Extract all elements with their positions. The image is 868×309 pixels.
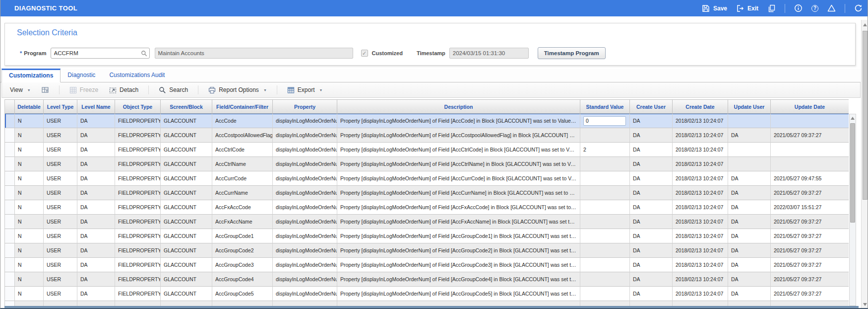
column-header-description[interactable]: Description [337, 100, 580, 113]
warning-icon[interactable] [827, 4, 836, 12]
column-header-screen_block[interactable]: Screen/Block [161, 100, 212, 113]
horizontal-scrollbar[interactable] [4, 306, 859, 309]
cell-property: displayInLogModeOrderNum [273, 114, 337, 128]
cell-create_user: DA [630, 243, 673, 258]
table-row[interactable]: NUSERDAFIELDPROPERTYGLACCOUNTAccFxAccCod… [5, 200, 849, 215]
report-options-button[interactable]: Report Options ▼ [205, 85, 270, 95]
row-selector-cell[interactable] [5, 215, 15, 229]
cell-create_user: DA [630, 128, 673, 143]
exit-button[interactable]: Exit [736, 4, 758, 12]
tab-strip: CustomizationsDiagnosticCustomizations A… [0, 69, 861, 82]
program-name-field: Maintain Accounts [155, 48, 353, 59]
help-icon[interactable]: ? [811, 5, 818, 12]
cell-property: displayInLogModeOrderNum [273, 215, 337, 229]
column-header-level_name[interactable]: Level Name [77, 100, 115, 113]
toolbar-divider [198, 85, 198, 94]
column-header-create_user[interactable]: Create User [630, 100, 673, 113]
cell-update_user: DA [728, 258, 771, 272]
column-header-update_date[interactable]: Update Date [771, 100, 849, 113]
row-selector-cell[interactable] [5, 143, 15, 157]
scroll-down-arrow-icon[interactable] [863, 303, 867, 306]
top-bar-divider [785, 4, 785, 13]
copy-pages-icon[interactable] [767, 4, 776, 12]
timestamp-program-button[interactable]: Timestamp Program [538, 47, 606, 59]
table-row[interactable]: NUSERDAFIELDPROPERTYGLACCOUNTAccCodedisp… [5, 114, 849, 128]
row-selector-cell[interactable] [5, 171, 15, 186]
scroll-up-arrow-icon[interactable] [863, 23, 867, 26]
cell-create_date: 2018/02/13 10:24:07 [673, 243, 728, 258]
column-header-field[interactable]: Field/Container/Filter [212, 100, 273, 113]
table-row[interactable]: NUSERDAFIELDPROPERTYGLACCOUNTAccGroupCod… [5, 243, 849, 258]
row-selector-cell[interactable] [5, 258, 15, 272]
tab-diagnostic[interactable]: Diagnostic [61, 69, 102, 82]
refresh-icon[interactable] [854, 4, 863, 12]
cell-level_name: DA [77, 200, 115, 215]
tab-customizations-audit[interactable]: Customizations Audit [102, 69, 172, 82]
cell-field: AccCtrlName [212, 157, 273, 171]
page-scrollbar-thumb[interactable] [863, 31, 868, 200]
table-row[interactable]: NUSERDAFIELDPROPERTYGLACCOUNTAccGroupCod… [5, 287, 849, 301]
query-by-example-button[interactable] [39, 85, 52, 95]
cell-field: AccFxAccCode [212, 200, 273, 215]
cell-update_user: DA [728, 272, 771, 287]
tab-customizations[interactable]: Customizations [1, 69, 61, 82]
program-input[interactable] [51, 48, 150, 59]
table-row[interactable]: NUSERDAFIELDPROPERTYGLACCOUNTAccFxAccNam… [5, 215, 849, 229]
row-selector-cell[interactable] [5, 243, 15, 258]
cell-create_date: 2018/02/13 10:24:07 [673, 114, 728, 128]
table-row[interactable]: NUSERDAFIELDPROPERTYGLACCOUNTAccCtrlCode… [5, 143, 849, 157]
cell-create_user: DA [630, 186, 673, 200]
row-selector-cell[interactable] [5, 157, 15, 171]
table-scrollbar-thumb[interactable] [850, 123, 855, 223]
cell-update_date: 2021/05/27 09:37:27 [771, 272, 849, 287]
cell-description: Property [displayInLogModeOrderNum] of F… [337, 243, 580, 258]
cell-update_user: DA [728, 186, 771, 200]
row-selector-cell[interactable] [5, 128, 15, 143]
export-button[interactable]: Export ▼ [284, 85, 326, 95]
cell-field: AccFxAccName [212, 215, 273, 229]
table-row[interactable]: NUSERDAFIELDPROPERTYGLACCOUNTAccGroupCod… [5, 229, 849, 243]
table-scrollbar[interactable] [849, 114, 856, 306]
column-header-standard_value[interactable]: Standard Value [580, 100, 630, 113]
table-row[interactable]: NUSERDAFIELDPROPERTYGLACCOUNTAccInterCom… [5, 301, 849, 306]
standard-value-input[interactable] [583, 116, 626, 126]
column-header-create_date[interactable]: Create Date [673, 100, 728, 113]
info-icon[interactable] [794, 4, 803, 12]
table-row[interactable]: NUSERDAFIELDPROPERTYGLACCOUNTAccCurrName… [5, 186, 849, 200]
column-header-deletable[interactable]: Deletable [15, 100, 44, 113]
table-row[interactable]: NUSERDAFIELDPROPERTYGLACCOUNTAccCurrCode… [5, 171, 849, 186]
cell-create_date: 2018/02/13 10:24:07 [673, 171, 728, 186]
row-selector-cell[interactable] [5, 186, 15, 200]
save-button[interactable]: Save [702, 4, 727, 12]
row-selector-cell[interactable] [5, 301, 15, 306]
cell-level_name: DA [77, 143, 115, 157]
row-selector-cell[interactable] [5, 272, 15, 287]
toolbar-divider [59, 85, 60, 94]
cell-description: Property [displayInLogModeOrderNum] of F… [337, 186, 580, 200]
cell-property: displayInLogModeOrderNum [273, 287, 337, 301]
detach-button[interactable]: Detach [106, 85, 141, 95]
column-header-update_user[interactable]: Update User [728, 100, 771, 113]
column-header-object_type[interactable]: Object Type [115, 100, 161, 113]
cell-deletable: N [15, 272, 44, 287]
page-scrollbar[interactable] [861, 20, 868, 309]
row-selector-cell[interactable] [5, 229, 15, 243]
exit-icon [736, 4, 744, 12]
program-field-wrap [51, 48, 150, 59]
program-search-icon[interactable] [140, 50, 148, 57]
cell-create_user: DA [630, 229, 673, 243]
row-selector-cell[interactable] [5, 287, 15, 301]
row-selector-cell[interactable] [5, 200, 15, 215]
column-header-level_type[interactable]: Level Type [44, 100, 77, 113]
scroll-up-arrow-icon[interactable] [851, 117, 855, 120]
table-row[interactable]: NUSERDAFIELDPROPERTYGLACCOUNTAccGroupCod… [5, 272, 849, 287]
cell-object_type: FIELDPROPERTY [115, 243, 161, 258]
row-selector-cell[interactable] [5, 114, 15, 128]
search-button[interactable]: Search [156, 85, 191, 95]
table-row[interactable]: NUSERDAFIELDPROPERTYGLACCOUNTAccCostpool… [5, 128, 849, 143]
table-row[interactable]: NUSERDAFIELDPROPERTYGLACCOUNTAccGroupCod… [5, 258, 849, 272]
column-header-property[interactable]: Property [273, 100, 337, 113]
freeze-button: Freeze [66, 85, 101, 95]
view-menu-button[interactable]: View ▼ [7, 85, 34, 95]
table-row[interactable]: NUSERDAFIELDPROPERTYGLACCOUNTAccCtrlName… [5, 157, 849, 171]
